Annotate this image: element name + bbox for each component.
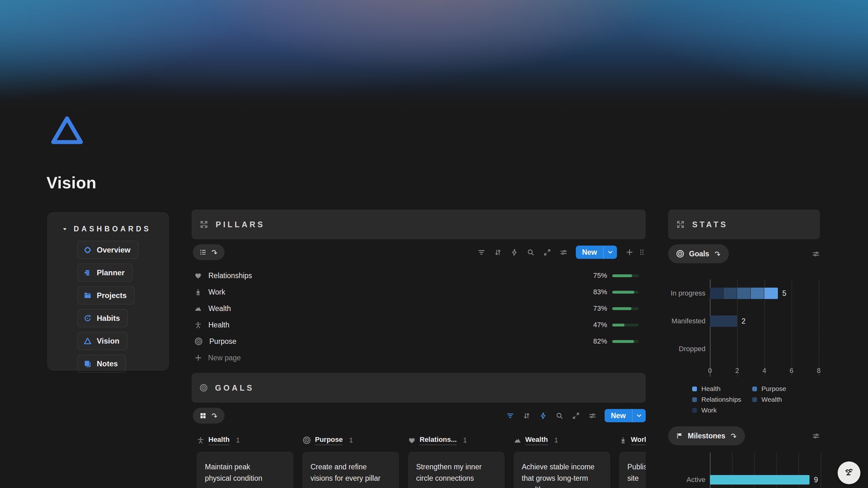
chart-settings-icon[interactable] xyxy=(812,250,820,258)
sidebar-item-projects[interactable]: Projects xyxy=(78,286,135,304)
pillar-progress-fill xyxy=(612,274,632,277)
pillar-progress-fill xyxy=(612,307,631,310)
pillar-label: Wealth xyxy=(208,304,231,313)
goals-source-pill[interactable]: Goals xyxy=(668,244,729,263)
pillar-row-work[interactable]: Work83% xyxy=(192,284,646,300)
goals-column-header[interactable]: Wealth1 xyxy=(514,435,610,445)
legend-item-work[interactable]: Work xyxy=(692,406,752,414)
pillar-row-purpose[interactable]: Purpose82% xyxy=(192,333,646,350)
goals-new-button[interactable]: New xyxy=(604,409,646,422)
goal-card[interactable]: Publish site75% xyxy=(619,452,646,488)
goals-column-label: Wealth xyxy=(525,435,548,445)
chart-bar-total: 9 xyxy=(814,476,818,484)
pillars-new-button[interactable]: New xyxy=(576,246,617,259)
caret-down-icon[interactable] xyxy=(62,227,67,232)
chart-bar xyxy=(710,288,778,299)
ai-assistant-button[interactable] xyxy=(838,461,860,484)
pillar-progress-bar xyxy=(612,324,639,326)
new-button-chevron[interactable] xyxy=(603,246,617,259)
new-button-label[interactable]: New xyxy=(576,246,603,259)
goals-board-viewport: Health1Maintain peak physical condition4… xyxy=(192,435,646,488)
legend-label: Purpose xyxy=(762,385,786,393)
x-tick-6: 6 xyxy=(789,367,794,375)
sort-icon[interactable] xyxy=(494,249,502,256)
goals-column-label: Health xyxy=(208,435,229,445)
new-button-chevron[interactable] xyxy=(632,409,646,422)
automation-bolt-icon[interactable] xyxy=(510,249,518,256)
new-page-row[interactable]: New page xyxy=(192,350,646,366)
view-settings-icon[interactable] xyxy=(560,249,567,256)
pillar-progress-fill xyxy=(612,291,634,294)
dashboards-header[interactable]: DASHBOARDS xyxy=(62,225,168,233)
sidebar-item-notes[interactable]: Notes xyxy=(78,355,126,372)
x-tick-0: 0 xyxy=(708,367,712,375)
goals-column-header[interactable]: Purpose1 xyxy=(302,435,399,445)
legend-swatch xyxy=(692,397,697,402)
pillar-row-relationships[interactable]: Relationships75% xyxy=(192,267,646,284)
planner-bars-icon xyxy=(84,269,92,277)
pillar-row-wealth[interactable]: Wealth73% xyxy=(192,300,646,317)
search-icon[interactable] xyxy=(527,249,535,256)
goals-column-header[interactable]: Health1 xyxy=(197,435,293,445)
folder-icon xyxy=(84,291,92,300)
chart-bar-segment-health xyxy=(764,288,778,299)
pillar-percent: 47% xyxy=(593,321,607,329)
curved-down-arrow-icon xyxy=(211,412,218,419)
filter-icon-active[interactable] xyxy=(506,412,514,420)
legend-item-health[interactable]: Health xyxy=(692,385,752,393)
goals-view-switcher[interactable] xyxy=(193,408,224,424)
sidebar-item-overview[interactable]: Overview xyxy=(78,241,138,259)
sidebar-item-label: Overview xyxy=(97,246,131,254)
automation-bolt-icon-active[interactable] xyxy=(539,412,547,420)
pillars-toolbar: New xyxy=(192,244,646,260)
sidebar-item-planner[interactable]: Planner xyxy=(78,264,132,282)
legend-label: Wealth xyxy=(762,396,782,403)
milestones-source-pill[interactable]: Milestones xyxy=(668,426,745,445)
list-view-icon xyxy=(199,249,207,256)
sidebar-item-label: Projects xyxy=(97,291,127,300)
plus-icon xyxy=(194,354,203,362)
crown-icon xyxy=(619,436,627,444)
view-settings-icon[interactable] xyxy=(588,412,596,420)
filter-icon[interactable] xyxy=(477,249,485,256)
chart-category-label: Manifested xyxy=(668,317,706,325)
legend-item-relationships[interactable]: Relationships xyxy=(692,396,752,403)
goals-column-count: 1 xyxy=(463,436,467,444)
page-icon-triangle[interactable] xyxy=(50,115,84,145)
chart-row-plot: 2 xyxy=(710,307,855,335)
goal-card[interactable]: Strengthen my inner circle connections75… xyxy=(408,452,505,488)
search-icon[interactable] xyxy=(556,412,563,420)
legend-item-wealth[interactable]: Wealth xyxy=(752,396,812,403)
pillar-row-health[interactable]: Health47% xyxy=(192,317,646,333)
mountain-icon xyxy=(514,436,521,444)
person-icon xyxy=(194,321,202,329)
goals-column-work: WorkPublish site75% xyxy=(619,435,646,488)
new-button-label[interactable]: New xyxy=(604,409,632,422)
goal-card-title: Create and refine visions for every pill… xyxy=(311,461,391,484)
goals-column-header[interactable]: Relations...1 xyxy=(408,435,505,445)
goals-status-chart: In progress5Manifested2Dropped02468 xyxy=(668,280,855,377)
chart-bar xyxy=(710,316,737,327)
expand-view-icon[interactable] xyxy=(543,249,551,256)
expand-view-icon[interactable] xyxy=(572,412,580,420)
drag-handle-icon[interactable] xyxy=(638,249,646,256)
sidebar-item-vision[interactable]: Vision xyxy=(78,332,127,350)
goal-card[interactable]: Maintain peak physical condition46% xyxy=(197,452,293,488)
sidebar-item-habits[interactable]: Habits xyxy=(78,309,128,327)
person-icon xyxy=(197,436,205,444)
goal-card[interactable]: Create and refine visions for every pill… xyxy=(302,452,399,488)
goals-column-header[interactable]: Work xyxy=(619,435,646,445)
goal-card[interactable]: Achieve stable income that grows long-te… xyxy=(514,452,610,488)
pillar-label: Purpose xyxy=(209,337,237,346)
pillars-view-switcher[interactable] xyxy=(193,244,224,260)
chart-settings-icon[interactable] xyxy=(812,432,820,440)
goals-column-count: 1 xyxy=(554,436,558,444)
milestones-source-label: Milestones xyxy=(688,432,725,440)
stats-section-header: STATS xyxy=(668,209,820,239)
legend-item-purpose[interactable]: Purpose xyxy=(752,385,812,393)
x-tick-8: 8 xyxy=(817,367,820,375)
new-page-label: New page xyxy=(208,354,241,362)
sort-icon[interactable] xyxy=(523,412,531,420)
add-block-plus-icon[interactable] xyxy=(625,248,634,256)
legend-label: Relationships xyxy=(701,396,741,403)
